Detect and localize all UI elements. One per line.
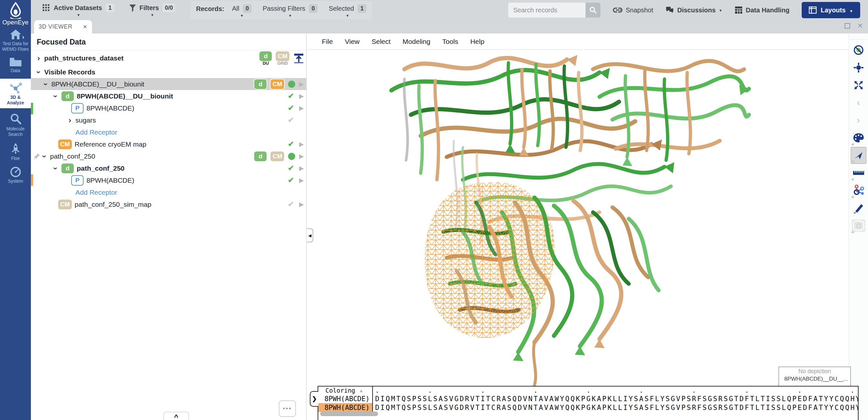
sidebar-item-floe[interactable]: Floe <box>0 142 31 161</box>
sequence-horizontal-scrollbar[interactable] <box>320 412 378 416</box>
more-options-button[interactable] <box>279 400 296 417</box>
records-selected-dropdown[interactable]: Selected 1 <box>329 4 366 17</box>
protein-badge: P <box>71 175 84 186</box>
sidebar-item-molecule-search[interactable]: MoleculeSearch <box>0 113 31 137</box>
sequence-row-label-highlighted[interactable]: 8PWH(ABCDE) <box>318 403 373 412</box>
toggle-depiction-button[interactable] <box>851 42 866 59</box>
sidebar-item-project[interactable]: Test Data forWEMD Floes <box>0 29 31 52</box>
row-expand-chevron-icon[interactable] <box>299 104 304 112</box>
check-icon[interactable] <box>287 164 295 173</box>
grid-sublabel: GRID <box>277 61 288 65</box>
style-palette-button[interactable] <box>851 129 866 146</box>
caret-down-icon[interactable] <box>41 154 48 159</box>
row-expand-chevron-icon[interactable] <box>299 140 304 148</box>
row-expand-chevron-icon[interactable] <box>299 80 304 88</box>
molecule-search-icon <box>9 113 22 125</box>
sidebar-item-data[interactable]: Data <box>0 57 31 73</box>
zoom-extents-button[interactable] <box>851 77 866 94</box>
check-icon[interactable] <box>287 104 295 112</box>
design-unit-badge: d <box>254 79 267 89</box>
menu-help[interactable]: Help <box>470 38 485 45</box>
records-passing-dropdown[interactable]: Passing Filters 0 <box>263 4 318 17</box>
check-icon[interactable] <box>287 140 295 149</box>
measure-tool-button[interactable] <box>851 164 866 182</box>
project-chevron-icon[interactable]: › <box>22 33 24 41</box>
row-expand-chevron-icon[interactable] <box>299 164 304 172</box>
next-record-button[interactable]: › <box>851 112 866 129</box>
visible-status-dot[interactable] <box>288 153 295 160</box>
tree-row-protein-8pwh[interactable]: P 8PWH(ABCDE) <box>31 102 306 114</box>
check-icon[interactable] <box>287 92 295 100</box>
prev-record-button[interactable]: ‹ <box>851 94 866 111</box>
tree-row-du-8pwh-biounit[interactable]: d 8PWH(ABCDE)__DU__biounit <box>31 90 306 102</box>
menu-select[interactable]: Select <box>372 38 391 45</box>
caret-down-icon[interactable] <box>42 82 49 87</box>
add-receptor-link[interactable]: Add Receptor <box>75 189 117 196</box>
row-expand-chevron-icon[interactable] <box>299 176 304 184</box>
search-button[interactable] <box>586 3 600 18</box>
sidebar-item-3d-analyze[interactable]: 3D &Analyze <box>0 79 31 108</box>
close-tab-icon[interactable] <box>83 24 88 30</box>
maximize-icon[interactable] <box>845 23 850 29</box>
search-input[interactable] <box>508 3 586 18</box>
caret-down-icon[interactable] <box>35 70 42 75</box>
visible-status-dot[interactable] <box>288 80 295 88</box>
menu-file[interactable]: File <box>322 38 333 45</box>
chevron-down-icon <box>346 13 349 17</box>
atom-tool-button[interactable] <box>851 182 866 199</box>
close-icon[interactable] <box>857 23 863 29</box>
coloring-header[interactable]: Coloring <box>318 387 373 394</box>
sequence-panel-expander[interactable] <box>310 391 318 407</box>
menu-tools[interactable]: Tools <box>442 38 458 45</box>
records-all-dropdown[interactable]: All 0 <box>232 4 252 17</box>
active-datasets-dropdown[interactable]: Active Datasets 1 <box>42 4 115 17</box>
menu-view[interactable]: View <box>345 38 360 45</box>
caret-down-icon[interactable] <box>52 94 59 99</box>
sequence-row[interactable]: DIQMTQSPSSLSASVGDRVTITCRASQDVNTAVAWYQQKP… <box>373 403 858 412</box>
check-gray-icon[interactable] <box>287 200 295 209</box>
row-expand-chevron-icon[interactable] <box>299 92 304 100</box>
tree-row-add-receptor[interactable]: Add Receptor <box>31 126 306 138</box>
select-tool-button[interactable] <box>851 147 866 164</box>
tree-row-sim-map[interactable]: CM path_conf_250_sim_map <box>31 198 306 210</box>
tree-row-dataset[interactable]: path_structures_dataset d DU CM GRID <box>31 51 306 66</box>
layouts-button[interactable]: Layouts <box>802 2 860 18</box>
sequence-row-label[interactable]: 8PWH(ABCDE) <box>318 394 373 403</box>
row-expand-chevron-icon[interactable] <box>299 201 304 208</box>
tree-row-sugars[interactable]: sugars <box>31 114 306 126</box>
pin-icon[interactable] <box>33 153 41 160</box>
collapse-panel-left-handle[interactable] <box>307 229 313 242</box>
row-expand-chevron-icon[interactable] <box>299 153 304 160</box>
tree-row-record-path-conf-250[interactable]: path_conf_250 d CM <box>31 150 306 162</box>
center-view-button[interactable] <box>851 59 866 76</box>
tree-row-label: Visible Records <box>44 68 95 76</box>
tree-row-record-8pwh-biounit[interactable]: 8PWH(ABCDE)__DU__biounit d CM <box>31 78 306 90</box>
cryo-map-badge: CM <box>58 200 72 209</box>
add-receptor-link[interactable]: Add Receptor <box>75 128 117 136</box>
collapse-panel-up-button[interactable] <box>163 412 189 420</box>
caret-right-icon[interactable] <box>36 55 41 61</box>
data-handling-button[interactable]: Data Handling <box>735 6 789 14</box>
check-icon[interactable] <box>287 176 295 185</box>
rocket-icon <box>10 142 21 155</box>
tree-row-add-receptor-2[interactable]: Add Receptor <box>31 186 306 198</box>
edit-tool-button[interactable] <box>851 200 866 217</box>
tree-row-protein-8pwh-2[interactable]: P 8PWH(ABCDE) <box>31 174 306 186</box>
snapshot-button[interactable]: Snapshot <box>613 6 653 14</box>
discussions-dropdown[interactable]: Discussions <box>665 6 722 14</box>
tree-row-visible-records[interactable]: Visible Records <box>31 66 306 78</box>
tab-3d-viewer[interactable]: 3D VIEWER <box>34 20 92 33</box>
sequence-row[interactable]: DIQMTQSPSSLSASVGDRVTITCRASQDVNTAVAWYQQKP… <box>373 394 858 403</box>
check-gray-icon[interactable] <box>287 116 295 125</box>
tree-row-du-path-conf-250[interactable]: d path_conf_250 <box>31 162 306 174</box>
menu-modeling[interactable]: Modeling <box>402 38 430 45</box>
import-to-top-icon[interactable] <box>293 53 304 63</box>
molecule-3d-canvas[interactable] <box>307 50 848 420</box>
snapshot-label: Snapshot <box>626 6 653 14</box>
filters-dropdown[interactable]: Filters 0/0 <box>129 4 175 17</box>
tree-row-reference-cryoem-map[interactable]: CM Reference cryoEM map <box>31 138 306 150</box>
sidebar-item-system[interactable]: System <box>0 166 31 184</box>
depiction-target-box[interactable]: No depiction 8PWH(ABCDE)__DU__... <box>779 367 851 387</box>
caret-right-icon[interactable] <box>67 117 72 124</box>
caret-down-icon[interactable] <box>52 166 59 171</box>
